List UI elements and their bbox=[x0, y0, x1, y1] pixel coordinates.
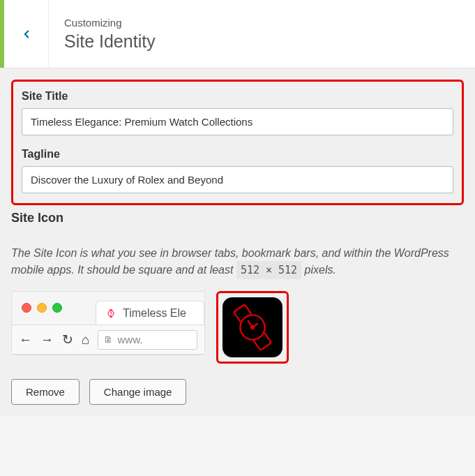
tagline-label: Tagline bbox=[22, 148, 453, 161]
chevron-left-icon bbox=[20, 28, 33, 40]
back-button[interactable] bbox=[4, 0, 49, 68]
change-image-button[interactable]: Change image bbox=[89, 379, 187, 405]
header-title-area: Customizing Site Identity bbox=[49, 0, 171, 68]
url-bar: 🗎 www. bbox=[98, 330, 197, 350]
traffic-light-yellow bbox=[37, 303, 47, 313]
site-title-input[interactable] bbox=[22, 108, 453, 135]
icon-button-row: Remove Change image bbox=[11, 379, 464, 405]
remove-button[interactable]: Remove bbox=[11, 379, 80, 405]
desc-text-pre: The Site Icon is what you see in browser… bbox=[11, 247, 449, 276]
traffic-lights bbox=[22, 303, 62, 313]
watch-icon bbox=[225, 299, 280, 355]
forward-arrow-icon: → bbox=[40, 333, 54, 346]
reload-icon: ↻ bbox=[62, 333, 73, 346]
browser-tab-bar: Timeless Ele bbox=[12, 292, 204, 325]
page-title: Site Identity bbox=[64, 31, 156, 52]
dimension-code: 512 × 512 bbox=[236, 261, 301, 279]
svg-point-6 bbox=[250, 325, 255, 329]
site-icon-preview bbox=[223, 297, 282, 357]
favicon-icon bbox=[105, 307, 117, 320]
site-icon-description: The Site Icon is what you see in browser… bbox=[11, 245, 464, 278]
site-icon-preview-highlight bbox=[216, 291, 289, 364]
browser-preview: Timeless Ele ← → ↻ ⌂ 🗎 www. bbox=[11, 291, 205, 355]
browser-toolbar: ← → ↻ ⌂ 🗎 www. bbox=[12, 325, 204, 355]
tab-title: Timeless Ele bbox=[123, 307, 186, 320]
breadcrumb: Customizing bbox=[64, 17, 156, 29]
browser-tab: Timeless Ele bbox=[96, 301, 204, 325]
url-text: www. bbox=[117, 334, 142, 345]
desc-text-post: pixels. bbox=[301, 264, 336, 276]
page-icon: 🗎 bbox=[104, 334, 113, 345]
site-icon-label: Site Icon bbox=[11, 211, 464, 225]
site-title-label: Site Title bbox=[22, 90, 453, 103]
traffic-light-green bbox=[52, 303, 62, 313]
traffic-light-red bbox=[22, 303, 31, 313]
customizer-body: Site Title Tagline Site Icon The Site Ic… bbox=[0, 68, 475, 416]
tagline-input[interactable] bbox=[22, 166, 453, 193]
home-icon: ⌂ bbox=[82, 333, 89, 346]
back-arrow-icon: ← bbox=[19, 333, 32, 346]
identity-fields-highlight: Site Title Tagline bbox=[11, 80, 464, 205]
customizer-header: Customizing Site Identity bbox=[0, 0, 475, 68]
icon-preview-row: Timeless Ele ← → ↻ ⌂ 🗎 www. bbox=[11, 291, 464, 364]
